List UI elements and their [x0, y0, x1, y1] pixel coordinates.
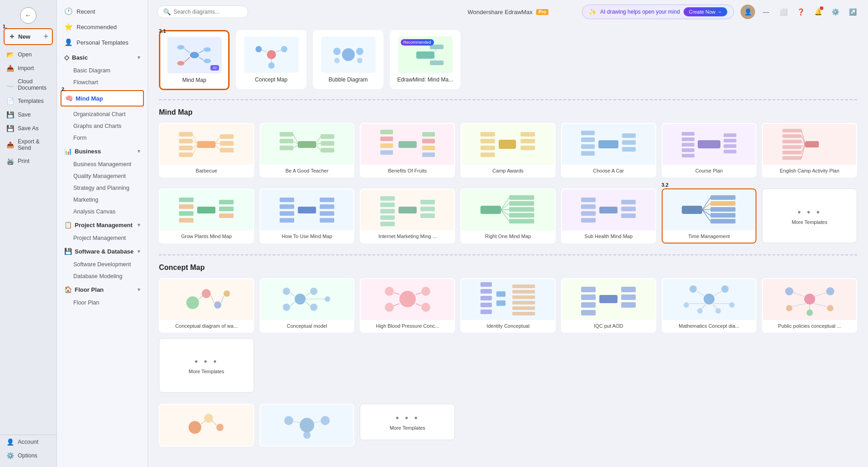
sidebar-category-floor[interactable]: 🏠 Floor Plan ▾ — [57, 282, 148, 297]
svg-rect-80 — [682, 132, 694, 136]
template-card-time-mgmt[interactable]: Time Management — [662, 188, 757, 243]
svg-point-159 — [202, 289, 211, 298]
sidebar-recent[interactable]: 🕐 Recent — [57, 4, 148, 19]
top-card-bubble[interactable]: Bubble Diagram — [313, 30, 383, 89]
top-card-concept[interactable]: Concept Map — [236, 30, 306, 89]
template-card-barbecue[interactable]: Barbecue — [159, 123, 254, 178]
template-card-choose-car[interactable]: Choose A Car — [561, 123, 656, 178]
maximize-button[interactable]: ⬜ — [777, 5, 790, 18]
share-button[interactable]: ↗️ — [846, 5, 859, 18]
options-item[interactable]: ⚙️ Options — [0, 449, 56, 462]
sidebar-sub-graphs[interactable]: Graphs and Charts — [57, 120, 148, 132]
sidebar-sub-flowchart[interactable]: Flowchart — [57, 76, 148, 88]
template-card-identity[interactable]: Identity Conceptual — [460, 278, 556, 333]
template-card-math[interactable]: Mathematics Concept dia... — [662, 278, 757, 333]
top-card-mindmap[interactable]: AI Mind Map — [159, 30, 230, 90]
svg-line-52 — [316, 143, 321, 144]
svg-rect-72 — [581, 131, 595, 135]
template-card-bottom-1[interactable] — [159, 404, 254, 447]
sidebar-category-project[interactable]: 📋 Project Management ▾ — [57, 218, 148, 232]
ai-banner[interactable]: ✨ AI drawing helps open your mind Create… — [582, 5, 734, 19]
svg-point-220 — [785, 287, 793, 295]
benefits-fruits-svg — [378, 125, 437, 164]
save-as-item[interactable]: 💾 Save As — [0, 122, 56, 135]
svg-point-223 — [827, 305, 833, 311]
svg-line-155 — [702, 209, 710, 210]
sidebar-category-business[interactable]: 📊 Business ▾ — [57, 144, 148, 158]
more-dots-bottom: • • • — [396, 413, 419, 423]
sidebar-sub-quality-mgmt[interactable]: Quality Management — [57, 170, 148, 182]
print-item[interactable]: 🖨️ Print — [0, 154, 56, 168]
back-button[interactable]: ← — [20, 7, 36, 24]
sidebar-sub-strategy[interactable]: Strategy and Planning — [57, 182, 148, 194]
svg-line-163 — [211, 296, 214, 303]
settings-button[interactable]: ⚙️ — [829, 5, 842, 18]
sidebar-sub-org-chart[interactable]: Organizational Chart — [57, 108, 148, 120]
more-templates-concept[interactable]: • • • More Templates — [159, 338, 254, 393]
export-item[interactable]: 📤 Export & Send — [0, 135, 56, 154]
sidebar-sub-basic-diagram[interactable]: Basic Diagram — [57, 65, 148, 76]
template-card-camp-awards[interactable]: Camp Awards — [460, 123, 556, 178]
cloud-docs-item[interactable]: ☁️ Cloud Documents — [0, 75, 56, 94]
search-input[interactable] — [174, 9, 237, 15]
svg-rect-76 — [622, 133, 636, 138]
sidebar-sub-business-mgmt[interactable]: Business Management — [57, 158, 148, 170]
svg-rect-95 — [782, 156, 802, 160]
minimize-button[interactable]: — — [760, 5, 772, 18]
open-item[interactable]: 📂 Open — [0, 48, 56, 61]
top-card-edrawmind[interactable]: Recommended EdrawMind: Mind Ma... — [390, 30, 460, 89]
notification-button[interactable]: 🔔 — [812, 5, 824, 18]
template-card-grow-plants[interactable]: Grow Plants Mind Map — [159, 188, 254, 243]
question-button[interactable]: ❓ — [794, 5, 807, 18]
more-templates-bottom[interactable]: • • • More Templates — [360, 404, 455, 440]
templates-item[interactable]: 📄 Templates — [0, 94, 56, 108]
svg-rect-46 — [321, 141, 334, 146]
template-card-public-policies[interactable]: Public policies conceptual ... — [762, 278, 857, 333]
new-button[interactable]: ＋ New + — [4, 28, 53, 45]
template-card-good-teacher[interactable]: Be A Good Teacher — [260, 123, 355, 178]
template-card-benefits-fruits[interactable]: Benefits Of Fruits — [360, 123, 455, 178]
template-card-bottom-2[interactable] — [260, 404, 355, 447]
sidebar-category-software[interactable]: 💾 Software & Database ▾ — [57, 244, 148, 259]
sidebar-category-mindmap[interactable]: 🧠 Mind Map — [61, 90, 144, 107]
svg-rect-118 — [320, 218, 334, 223]
template-label-conceptual-model: Conceptual model — [260, 320, 354, 332]
more-label-concept: More Templates — [189, 369, 224, 374]
sidebar-sub-marketing[interactable]: Marketing — [57, 194, 148, 206]
template-card-high-blood[interactable]: High Blood Pressure Conc... — [360, 278, 455, 333]
template-card-conceptual-wa[interactable]: Conceptual diagram of wa... — [159, 278, 254, 333]
sidebar-category-basic[interactable]: ◇ Basic ▾ — [57, 50, 148, 65]
svg-rect-26 — [197, 141, 215, 148]
template-card-sub-health[interactable]: Sub Health Mind Map — [561, 188, 656, 243]
sidebar-sub-analysis[interactable]: Analysis Canvas — [57, 206, 148, 218]
template-card-course-plan[interactable]: Course Plan — [662, 123, 757, 178]
sidebar-sub-floor-plan[interactable]: Floor Plan — [57, 297, 148, 309]
account-item[interactable]: 👤 Account — [0, 435, 56, 449]
svg-rect-69 — [521, 139, 535, 143]
sidebar-sub-software-dev[interactable]: Software Development — [57, 259, 148, 270]
svg-rect-81 — [682, 137, 694, 141]
template-card-right-one[interactable]: Right One Mind Map — [460, 188, 556, 243]
sidebar-sub-project-mgmt[interactable]: Project Management — [57, 232, 148, 244]
sidebar-sub-db-modeling[interactable]: Database Modeling — [57, 270, 148, 282]
sidebar-sub-form[interactable]: Form — [57, 132, 148, 144]
search-bar[interactable]: 🔍 — [157, 5, 248, 18]
ai-create-button[interactable]: Create Now → — [684, 7, 727, 16]
svg-rect-140 — [581, 198, 596, 202]
sidebar-personal-templates[interactable]: 👤 Personal Templates — [57, 35, 148, 50]
save-icon: 💾 — [6, 111, 14, 118]
template-card-internet-marketing[interactable]: Internet Marketing Ming ... — [360, 188, 455, 243]
svg-rect-125 — [420, 200, 435, 204]
svg-point-18 — [356, 48, 363, 55]
more-templates-mindmap[interactable]: • • • More Templates — [762, 188, 857, 243]
template-card-iqc[interactable]: IQC put AOD — [561, 278, 656, 333]
user-avatar[interactable]: 👤 — [740, 5, 755, 19]
svg-line-13 — [262, 50, 267, 52]
save-item[interactable]: 💾 Save — [0, 108, 56, 122]
template-card-how-to-use[interactable]: How To Use Mind Map — [260, 188, 355, 243]
svg-line-214 — [715, 291, 721, 295]
sidebar-recommended[interactable]: ⭐ Recommended — [57, 19, 148, 35]
template-card-conceptual-model[interactable]: Conceptual model — [260, 278, 355, 333]
import-item[interactable]: 📥 Import — [0, 61, 56, 75]
template-card-english-camp[interactable]: English Camp Activity Plan — [762, 123, 857, 178]
